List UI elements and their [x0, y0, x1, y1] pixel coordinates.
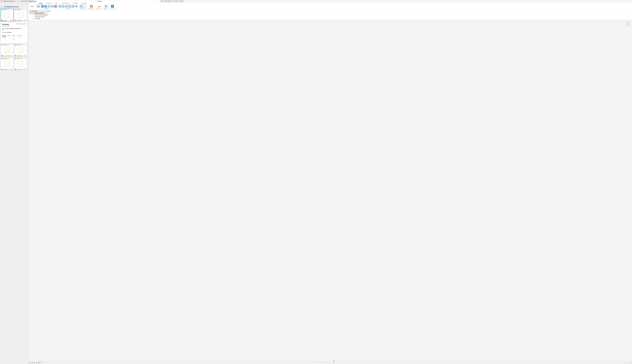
new-tab-button[interactable]: +: [160, 0, 163, 2]
measure-icon[interactable]: [98, 6, 101, 7]
root-badge-icon[interactable]: [42, 12, 44, 14]
design-card-grid-2: Editable▾ Guy AC Mk1A V1▾ Editable▾ Card…: [1, 44, 28, 70]
combine-icon[interactable]: [68, 5, 71, 8]
share-icon[interactable]: [8, 9, 10, 10]
document-tab[interactable]: Untitled ×: [36, 0, 160, 2]
tree-expand-icon[interactable]: ◢: [30, 13, 30, 14]
tree-node[interactable]: ▸ Named Views: [29, 16, 53, 18]
close-tab-icon[interactable]: ×: [159, 0, 160, 2]
breadcrumb: › My Editable Documents: [0, 6, 28, 8]
detail-tab-used-in[interactable]: Used In: [12, 35, 16, 37]
emboss-icon[interactable]: [54, 5, 57, 8]
extrude-icon[interactable]: [41, 5, 44, 8]
detail-tab-drawings[interactable]: Drawings: [17, 35, 22, 37]
insert-icon[interactable]: [105, 5, 108, 8]
svg-point-28: [22, 44, 23, 45]
panel-settings-icon[interactable]: [26, 3, 28, 5]
version-chip[interactable]: V1▾: [24, 69, 26, 70]
design-card[interactable]: Editable▾ Guy AC Mk1A V1▾: [1, 44, 14, 57]
design-card[interactable]: Editable▾ Portees V1▾: [1, 8, 14, 21]
detail-tabs: HistoryUsesUsed InDrawings: [2, 35, 26, 37]
revolve-icon[interactable]: [44, 5, 47, 8]
role-chip[interactable]: Editable▾: [3, 58, 8, 59]
save-counter-right-text: 6 of 10: [167, 0, 171, 2]
design-card[interactable]: Editable▾ AEC Deacon V1▾: [14, 58, 27, 70]
component-node-icon: [33, 12, 35, 14]
version-chip[interactable]: V1▾: [24, 20, 26, 21]
ribbon-tab-utilities[interactable]: UTILITIES: [81, 3, 87, 4]
help-icon[interactable]: ?: [178, 0, 180, 2]
loading-spinner-icon: [13, 39, 15, 41]
role-chip[interactable]: Editable▾: [16, 44, 21, 46]
share-icon[interactable]: [22, 9, 23, 10]
tree-root[interactable]: ◢ (Unsaved): [29, 12, 48, 14]
notifications-icon[interactable]: [175, 0, 177, 2]
svg-point-27: [22, 44, 22, 45]
svg-text:?: ?: [178, 0, 179, 2]
team-icon: [1, 0, 2, 2]
extensions-icon[interactable]: [172, 0, 174, 2]
svg-point-25: [9, 44, 9, 45]
ribbon-tabs: SOLIDSURFACEMESHSHEET METALPLASTICUTILIT…: [28, 2, 184, 4]
group-label-modify: MODIFY: [66, 8, 70, 9]
role-chip[interactable]: Editable▾: [3, 9, 8, 10]
fillet-icon[interactable]: [62, 5, 65, 8]
version-chip[interactable]: V1▾: [10, 55, 13, 56]
viewport-canvas[interactable]: z x ▾ ▾ ▾ ▾ ▾ ▾: [28, 20, 184, 103]
tree-node[interactable]: ▸ Origin: [29, 18, 53, 19]
browser-panel-header[interactable]: ◂◂ BROWSER: [29, 10, 50, 12]
design-card[interactable]: Editable▾ Carden-Loyd V1▾: [14, 44, 27, 57]
tree-expand-icon[interactable]: ▸: [32, 16, 33, 17]
workspace-switcher[interactable]: DESIGN ▾: [28, 4, 36, 10]
save-indicator-right[interactable]: 6 of 10: [164, 0, 171, 2]
select-icon[interactable]: [111, 5, 114, 8]
team-name[interactable]: williams.devauden: [3, 0, 14, 2]
draft-icon[interactable]: [72, 5, 74, 8]
share-icon[interactable]: [22, 44, 23, 46]
version-chip[interactable]: V1▾: [10, 20, 13, 21]
save-indicator-left[interactable]: 6 of 10: [21, 0, 28, 2]
version-chip[interactable]: V1▾: [24, 55, 26, 56]
visibility-icon[interactable]: [31, 12, 32, 14]
ribbon-tab-mesh[interactable]: MESH: [54, 3, 59, 4]
share-icon[interactable]: [22, 58, 23, 59]
ribbon-tab-solid[interactable]: SOLID: [38, 2, 43, 4]
ribbon-tab-plastic[interactable]: PLASTIC: [73, 3, 78, 4]
sweep-icon[interactable]: [48, 5, 50, 8]
tree-expand-icon[interactable]: ▸: [32, 14, 33, 16]
breadcrumb-current[interactable]: My Editable Documents: [4, 6, 18, 8]
design-card[interactable]: Editable▾ Humber LRC Mk... V1▾: [1, 58, 14, 70]
sketch-icon[interactable]: +: [37, 5, 40, 8]
tree-expand-icon[interactable]: ▸: [32, 18, 33, 19]
joint-icon[interactable]: [83, 5, 86, 8]
shell-icon[interactable]: [65, 5, 68, 8]
visibility-icon[interactable]: [33, 14, 34, 16]
detail-tab-uses[interactable]: Uses: [8, 35, 10, 37]
tree-node[interactable]: ▸ Document Settings: [29, 14, 53, 16]
detail-tab-history[interactable]: History: [2, 35, 6, 37]
card-name: Portees: [3, 20, 10, 21]
loft-icon[interactable]: [51, 5, 54, 8]
home-icon[interactable]: [1, 6, 2, 8]
role-chip[interactable]: Editable▾: [3, 44, 8, 46]
move-icon[interactable]: [75, 5, 78, 8]
component-icon[interactable]: [80, 5, 82, 8]
view-details-link[interactable]: View Details on Web: [16, 23, 26, 24]
ribbon-tab-surface[interactable]: SURFACE: [46, 3, 52, 4]
collapse-icon[interactable]: ◂◂: [30, 10, 31, 12]
ribbon-tab-sheet-metal[interactable]: SHEET METAL: [61, 3, 70, 4]
plane-icon[interactable]: [90, 5, 93, 8]
role-chip[interactable]: Editable▾: [16, 9, 21, 10]
design-card[interactable]: Editable▾ Accessories V1▾: [14, 8, 27, 21]
share-icon[interactable]: [8, 44, 10, 46]
browser-options-icon[interactable]: [49, 11, 50, 12]
user-avatar[interactable]: DW: [181, 0, 183, 2]
presspull-icon[interactable]: [59, 5, 62, 8]
team-dropdown-chevron-icon[interactable]: ▾: [16, 1, 16, 2]
editable-flag-icon: [1, 9, 2, 10]
svg-point-32: [8, 59, 9, 59]
share-icon[interactable]: [8, 58, 10, 59]
role-chip[interactable]: Editable▾: [16, 58, 21, 59]
version-chip[interactable]: V1▾: [10, 69, 13, 70]
visibility-icon[interactable]: [33, 18, 34, 19]
